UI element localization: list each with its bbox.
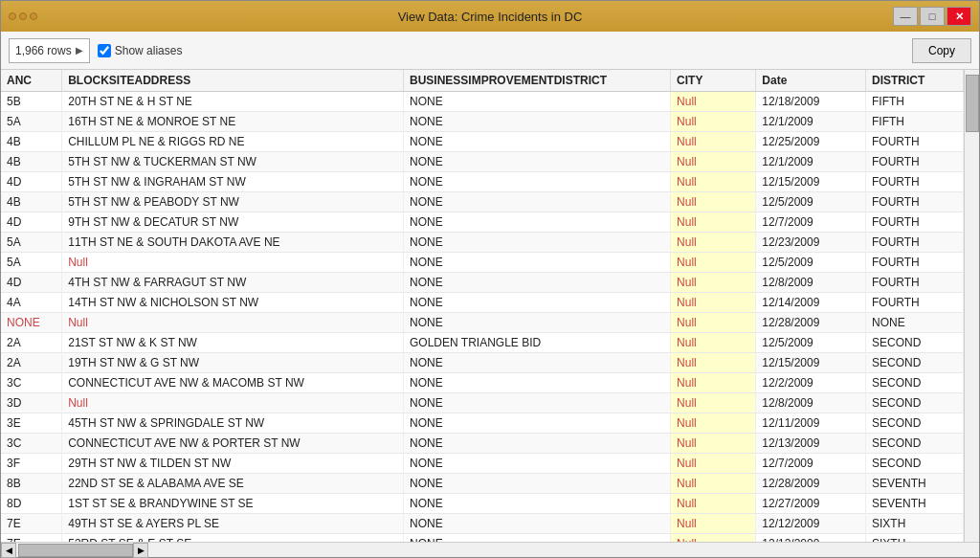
cell-date: 12/8/2009 <box>756 393 866 413</box>
cell-anc: 3D <box>1 393 62 413</box>
table-row: 3CCONNECTICUT AVE NW & PORTER ST NWNONEN… <box>1 434 964 454</box>
cell-block: 9TH ST NW & DECATUR ST NW <box>62 212 404 233</box>
cell-bid: NONE <box>404 92 671 112</box>
cell-anc: 7E <box>1 534 62 543</box>
table-row: 5B20TH ST NE & H ST NENONENull12/18/2009… <box>1 92 964 112</box>
cell-bid: NONE <box>404 192 671 212</box>
col-header-anc[interactable]: ANC <box>1 70 62 92</box>
cell-date: 12/14/2009 <box>756 293 866 313</box>
cell-city: Null <box>671 534 756 543</box>
cell-block: 4TH ST NW & FARRAGUT ST NW <box>62 273 404 293</box>
cell-district: FIFTH <box>866 92 964 112</box>
cell-district: SEVENTH <box>866 474 964 494</box>
show-aliases-label[interactable]: Show aliases <box>98 44 183 57</box>
cell-anc: 5A <box>1 233 62 253</box>
h-scroll-thumb[interactable] <box>18 544 133 557</box>
show-aliases-checkbox[interactable] <box>98 44 111 57</box>
cell-block: Null <box>62 393 404 413</box>
cell-city: Null <box>671 212 756 233</box>
cell-block: 20TH ST NE & H ST NE <box>62 92 404 112</box>
table-body: 5B20TH ST NE & H ST NENONENull12/18/2009… <box>1 92 964 543</box>
cell-date: 12/25/2009 <box>756 132 866 152</box>
table-row: 4D9TH ST NW & DECATUR ST NWNONENull12/7/… <box>1 212 964 233</box>
cell-city: Null <box>671 172 756 192</box>
cell-date: 12/2/2009 <box>756 373 866 393</box>
table-row: NONENullNONENull12/28/2009NONE <box>1 313 964 333</box>
cell-city: Null <box>671 313 756 333</box>
cell-anc: 2A <box>1 353 62 373</box>
rows-arrow-icon[interactable]: ▶ <box>76 45 83 56</box>
cell-date: 12/1/2009 <box>756 112 866 132</box>
cell-bid: NONE <box>404 353 671 373</box>
cell-bid: NONE <box>404 253 671 273</box>
table-row: 3CCONNECTICUT AVE NW & MACOMB ST NWNONEN… <box>1 373 964 393</box>
cell-bid: NONE <box>404 112 671 132</box>
cell-bid: NONE <box>404 454 671 474</box>
copy-button[interactable]: Copy <box>912 38 971 63</box>
cell-district: SECOND <box>866 454 964 474</box>
col-header-district[interactable]: DISTRICT <box>866 70 964 92</box>
cell-bid: NONE <box>404 434 671 454</box>
table-row: 4B5TH ST NW & TUCKERMAN ST NWNONENull12/… <box>1 152 964 172</box>
table-container: ANC BLOCKSITEADDRESS BUSINESSIMPROVEMENT… <box>1 70 979 542</box>
table-scroll-area[interactable]: ANC BLOCKSITEADDRESS BUSINESSIMPROVEMENT… <box>1 70 964 542</box>
cell-district: SECOND <box>866 434 964 454</box>
cell-city: Null <box>671 393 756 413</box>
cell-date: 12/15/2009 <box>756 353 866 373</box>
cell-block: CONNECTICUT AVE NW & PORTER ST NW <box>62 434 404 454</box>
table-row: 4B5TH ST NW & PEABODY ST NWNONENull12/5/… <box>1 192 964 212</box>
cell-district: FOURTH <box>866 273 964 293</box>
scrollbar-thumb[interactable] <box>966 75 979 132</box>
cell-district: SIXTH <box>866 514 964 534</box>
h-scroll-right-arrow[interactable]: ▶ <box>133 543 148 558</box>
cell-date: 12/1/2009 <box>756 152 866 172</box>
table-row: 8B22ND ST SE & ALABAMA AVE SENONENull12/… <box>1 474 964 494</box>
cell-city: Null <box>671 233 756 253</box>
col-header-block[interactable]: BLOCKSITEADDRESS <box>62 70 404 92</box>
cell-city: Null <box>671 413 756 434</box>
col-header-date[interactable]: Date <box>756 70 866 92</box>
cell-district: SECOND <box>866 373 964 393</box>
table-row: 4D4TH ST NW & FARRAGUT ST NWNONENull12/8… <box>1 273 964 293</box>
cell-block: 29TH ST NW & TILDEN ST NW <box>62 454 404 474</box>
dot1 <box>9 12 16 20</box>
cell-bid: NONE <box>404 534 671 543</box>
cell-city: Null <box>671 373 756 393</box>
cell-anc: 8D <box>1 494 62 514</box>
cell-block: Null <box>62 253 404 273</box>
h-scroll-left-arrow[interactable]: ◀ <box>1 543 16 558</box>
cell-date: 12/12/2009 <box>756 534 866 543</box>
main-window: View Data: Crime Incidents in DC — □ ✕ 1… <box>0 0 980 558</box>
cell-bid: NONE <box>404 373 671 393</box>
cell-block: 19TH ST NW & G ST NW <box>62 353 404 373</box>
cell-date: 12/8/2009 <box>756 273 866 293</box>
cell-district: SECOND <box>866 333 964 353</box>
cell-block: Null <box>62 313 404 333</box>
close-button[interactable]: ✕ <box>947 7 971 26</box>
cell-anc: 2A <box>1 333 62 353</box>
cell-city: Null <box>671 293 756 313</box>
cell-block: 49TH ST SE & AYERS PL SE <box>62 514 404 534</box>
col-header-bid[interactable]: BUSINESSIMPROVEMENTDISTRICT <box>404 70 671 92</box>
minimize-button[interactable]: — <box>893 7 918 26</box>
cell-bid: NONE <box>404 233 671 253</box>
vertical-scrollbar[interactable] <box>964 70 979 542</box>
cell-city: Null <box>671 454 756 474</box>
cell-block: CHILLUM PL NE & RIGGS RD NE <box>62 132 404 152</box>
horizontal-scrollbar[interactable]: ◀ ▶ <box>1 542 979 557</box>
window-controls: — □ ✕ <box>893 7 971 26</box>
dot2 <box>19 12 27 20</box>
maximize-button[interactable]: □ <box>920 7 945 26</box>
cell-city: Null <box>671 494 756 514</box>
cell-bid: NONE <box>404 172 671 192</box>
cell-block: CONNECTICUT AVE NW & MACOMB ST NW <box>62 373 404 393</box>
cell-block: 21ST ST NW & K ST NW <box>62 333 404 353</box>
col-header-city[interactable]: CITY <box>671 70 756 92</box>
table-header-row: ANC BLOCKSITEADDRESS BUSINESSIMPROVEMENT… <box>1 70 964 92</box>
cell-anc: 7E <box>1 514 62 534</box>
dot3 <box>30 12 37 20</box>
cell-block: 5TH ST NW & INGRAHAM ST NW <box>62 172 404 192</box>
cell-bid: NONE <box>404 293 671 313</box>
cell-district: FOURTH <box>866 233 964 253</box>
cell-block: 16TH ST NE & MONROE ST NE <box>62 112 404 132</box>
